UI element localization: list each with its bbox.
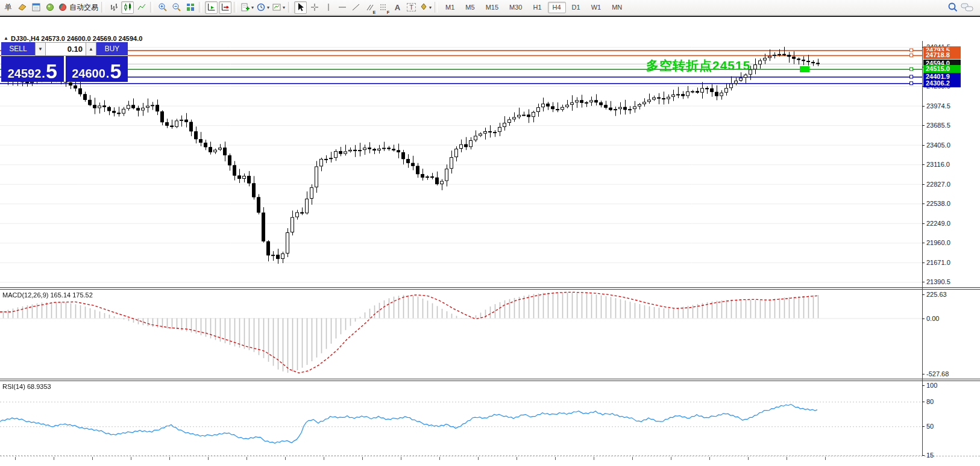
time-axis-tick: [555, 457, 556, 460]
rsi-scale-tick: [922, 455, 925, 456]
line-chart-mode-button[interactable]: [135, 1, 148, 14]
time-axis-tick: [439, 457, 440, 460]
price-scale-tick: [922, 203, 925, 204]
price-scale-tick: [922, 184, 925, 185]
chevron-down-icon: ▾: [283, 5, 285, 10]
rsi-scale-label: 15: [926, 452, 934, 459]
time-axis-tick: [208, 457, 209, 460]
chevron-down-icon: ▾: [429, 5, 432, 10]
time-axis-tick: [324, 457, 324, 460]
price-scale-label: 21960.0: [926, 239, 950, 246]
price-scale-label: 23685.5: [926, 122, 950, 129]
timeframe-mn[interactable]: MN: [607, 2, 627, 13]
price-scale-tick: [922, 282, 925, 282]
text-tool-button[interactable]: A: [391, 1, 404, 14]
candle-chart-mode-button[interactable]: [121, 1, 134, 14]
trendline-tool-button[interactable]: [350, 1, 362, 14]
sell-price-dot: .: [42, 67, 45, 79]
rsi-scale-tick: [922, 385, 925, 386]
arrows-tool-button[interactable]: ▾: [419, 1, 432, 14]
chat-icon[interactable]: [960, 1, 975, 14]
fibonacci-tool-button[interactable]: F: [377, 1, 390, 14]
timeframe-m15[interactable]: M15: [481, 2, 503, 13]
search-icon[interactable]: [946, 1, 959, 14]
time-axis-tick: [594, 457, 594, 460]
price-scale-label: 23974.5: [926, 102, 950, 110]
price-scale-label: 23405.0: [926, 141, 950, 149]
zoom-in-button[interactable]: [156, 1, 169, 14]
lot-increase-button[interactable]: ▲: [86, 42, 96, 56]
periods-button[interactable]: ▾: [256, 1, 270, 14]
trade-panel-prices: 24592.5 24600.5: [1, 56, 128, 82]
time-axis-tick: [54, 457, 54, 460]
price-scale-label: 23116.0: [926, 161, 950, 168]
one-click-trading-panel: SELL ▼ ▲ BUY 24592.5 24600.5: [1, 42, 128, 82]
cursor-tool-button[interactable]: [294, 1, 307, 14]
chevron-down-icon: ▾: [251, 5, 254, 10]
vertical-line-tool-button[interactable]: [322, 1, 335, 14]
buy-price-button[interactable]: 24600.5: [66, 56, 128, 82]
history-center-icon[interactable]: [16, 1, 28, 14]
price-level-tag: 24718.8: [923, 51, 961, 59]
market-watch-icon[interactable]: [30, 1, 42, 14]
collapse-icon[interactable]: ▲: [4, 36, 8, 41]
rsi-indicator-label: RSI(14) 68.9353: [2, 383, 51, 390]
auto-scroll-button[interactable]: [205, 1, 218, 14]
price-scale-label: 21390.5: [926, 278, 950, 285]
price-level-tag: 24306.2: [923, 79, 961, 87]
templates-button[interactable]: ▾: [271, 1, 286, 14]
lot-decrease-button[interactable]: ▼: [35, 42, 46, 56]
timeframe-m30[interactable]: M30: [504, 2, 527, 13]
zoom-out-button[interactable]: [170, 1, 183, 14]
price-scale-label: 22249.0: [926, 220, 950, 227]
toolbar-separator: [234, 2, 237, 13]
indicators-button[interactable]: ▾: [240, 1, 254, 14]
toolbar-separator: [288, 2, 291, 13]
timeframe-d1[interactable]: D1: [567, 2, 585, 13]
toolbar: 单 自动交易: [0, 0, 980, 15]
horizontal-line-tool-button[interactable]: [336, 1, 348, 14]
price-scale-tick: [922, 263, 925, 263]
timeframe-h1[interactable]: H1: [528, 2, 546, 13]
crosshair-tool-button[interactable]: [308, 1, 321, 14]
sell-price-main: 24592: [8, 67, 42, 79]
price-scale-tick: [922, 243, 925, 243]
rsi-scale-label: 80: [926, 398, 934, 405]
time-axis-tick: [825, 457, 826, 460]
time-axis-tick: [92, 457, 93, 460]
time-axis-tick: [285, 457, 286, 460]
text-label-tool-button[interactable]: T: [405, 1, 418, 14]
timeframe-h4[interactable]: H4: [548, 2, 566, 13]
new-order-button[interactable]: 单: [2, 1, 14, 14]
buy-price-pip: 5: [110, 63, 121, 79]
time-axis-tick: [131, 457, 131, 460]
lot-size-input[interactable]: [46, 42, 86, 56]
price-level-tag: 24515.0: [923, 65, 961, 73]
time-axis-tick: [671, 457, 671, 460]
rsi-pane-canvas[interactable]: [0, 381, 922, 456]
chevron-down-icon: ▾: [267, 5, 269, 10]
channel-tool-button[interactable]: E: [363, 1, 376, 14]
time-axis-tick: [169, 457, 170, 460]
price-scale-label: 21671.0: [926, 259, 950, 266]
macd-pane-canvas[interactable]: [0, 290, 922, 379]
timeframe-m5[interactable]: M5: [460, 2, 479, 13]
time-axis-divider: [0, 456, 980, 456]
chart-shift-button[interactable]: [219, 1, 231, 14]
rsi-scale-tick: [922, 426, 925, 427]
rsi-scale-label: 50: [926, 423, 934, 430]
buy-price-main: 24600: [72, 67, 105, 79]
data-window-icon[interactable]: [43, 1, 56, 14]
sell-price-button[interactable]: 24592.5: [1, 56, 64, 82]
time-axis-tick: [748, 457, 749, 460]
time-axis-tick: [247, 457, 247, 460]
macd-scale-tick: [922, 318, 925, 319]
macd-scale-tick: [922, 374, 925, 374]
timeframe-w1[interactable]: W1: [586, 2, 606, 13]
main-chart-canvas[interactable]: [0, 41, 922, 287]
autotrading-button[interactable]: 自动交易: [57, 1, 99, 14]
toolbar-separator: [199, 2, 202, 13]
bar-chart-mode-button[interactable]: [107, 1, 120, 14]
timeframe-m1[interactable]: M1: [441, 2, 459, 13]
tile-windows-icon[interactable]: [184, 1, 196, 14]
